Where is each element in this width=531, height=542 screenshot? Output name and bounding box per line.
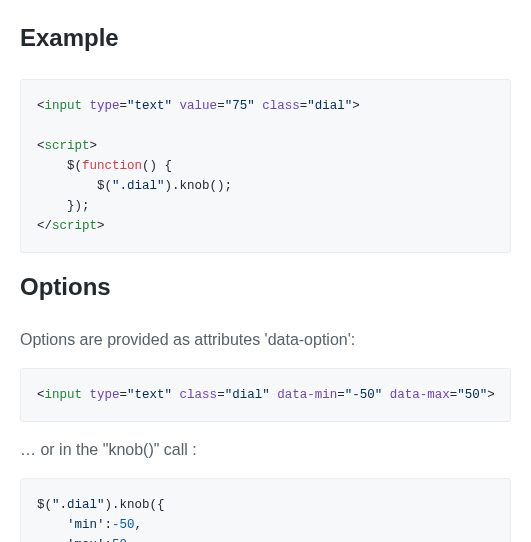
heading-options: Options: [20, 269, 511, 312]
options-intro: Options are provided as attributes 'data…: [20, 328, 511, 352]
code-options-call: $(".dial").knob({ 'min':-50, 'max':50 })…: [20, 478, 511, 542]
code-options-attr: <input type="text" class="dial" data-min…: [20, 368, 511, 422]
heading-example: Example: [20, 20, 511, 63]
code-example: <input type="text" value="75" class="dia…: [20, 79, 511, 253]
options-or-text: … or in the "knob()" call :: [20, 438, 511, 462]
